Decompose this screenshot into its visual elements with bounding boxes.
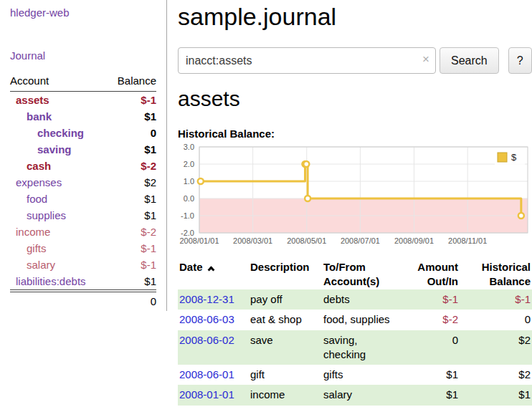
account-link-income[interactable]: income bbox=[16, 226, 50, 238]
balance-chart: 3.02.01.00.0-1.0-2.02008/01/012008/03/01… bbox=[178, 143, 532, 251]
sidebar-item-journal[interactable]: Journal bbox=[10, 49, 156, 62]
transaction-amount: 0 bbox=[401, 330, 462, 365]
svg-text:-1.0: -1.0 bbox=[181, 211, 194, 220]
accounts-total: 0 bbox=[107, 291, 156, 310]
account-balance: $-1 bbox=[107, 92, 156, 109]
transaction-amount: $1 bbox=[401, 385, 462, 405]
svg-text:2008/03/01: 2008/03/01 bbox=[233, 236, 272, 245]
account-link-bank[interactable]: bank bbox=[27, 110, 52, 123]
transaction-amount: $-2 bbox=[401, 310, 462, 330]
account-row: assets $-1 bbox=[10, 92, 156, 109]
register-header-amount: Amount Out/In bbox=[401, 259, 462, 289]
account-link-salary[interactable]: salary bbox=[27, 259, 55, 271]
register-header-description: Description bbox=[246, 259, 319, 289]
account-balance: $-1 bbox=[107, 257, 156, 273]
account-row: cash $-2 bbox=[10, 158, 156, 174]
account-link-gifts[interactable]: gifts bbox=[27, 242, 47, 254]
account-heading: assets bbox=[178, 87, 532, 111]
svg-text:2008/05/01: 2008/05/01 bbox=[287, 236, 326, 245]
transaction-accounts: debts bbox=[319, 289, 401, 310]
account-row: salary $-1 bbox=[10, 257, 156, 273]
account-link-cash[interactable]: cash bbox=[27, 160, 51, 172]
transaction-date-link[interactable]: 2008-06-02 bbox=[179, 334, 234, 346]
svg-text:3.0: 3.0 bbox=[184, 143, 194, 151]
sort-ascending-icon bbox=[207, 267, 214, 274]
svg-text:2008/07/01: 2008/07/01 bbox=[341, 236, 380, 245]
hledger-web-brand-link[interactable]: hledger-web bbox=[10, 6, 156, 19]
accounts-header-balance: Balance bbox=[107, 72, 156, 92]
account-link-saving[interactable]: saving bbox=[37, 143, 72, 155]
search-input-wrap: × bbox=[178, 47, 436, 74]
transaction-balance: $2 bbox=[462, 330, 532, 365]
account-row: gifts $-1 bbox=[10, 240, 156, 257]
account-balance: $-2 bbox=[107, 158, 156, 174]
svg-text:2008/01/01: 2008/01/01 bbox=[179, 236, 219, 245]
clear-search-icon[interactable]: × bbox=[422, 52, 429, 67]
account-balance: $-2 bbox=[107, 224, 156, 240]
svg-text:2008/09/01: 2008/09/01 bbox=[394, 236, 434, 245]
account-row: bank $1 bbox=[10, 108, 156, 125]
transaction-date-link[interactable]: 2008-06-03 bbox=[179, 313, 234, 325]
register-header-accounts: To/From Account(s) bbox=[319, 259, 401, 289]
account-row: supplies $1 bbox=[10, 207, 156, 224]
account-balance: 0 bbox=[107, 125, 156, 141]
search-button[interactable]: Search bbox=[440, 47, 499, 74]
svg-text:1.0: 1.0 bbox=[184, 177, 194, 186]
register-header-date-label: Date bbox=[179, 261, 203, 273]
register-header-date[interactable]: Date bbox=[178, 259, 246, 289]
register-header-balance: Historical Balance bbox=[462, 259, 532, 289]
help-button[interactable]: ? bbox=[508, 47, 532, 74]
transaction-row: 2008-01-01 income salary $1 $1 bbox=[178, 385, 532, 405]
account-row: food $1 bbox=[10, 191, 156, 207]
account-row: expenses $2 bbox=[10, 174, 156, 191]
account-balance: $1 bbox=[107, 141, 156, 158]
transaction-balance: $2 bbox=[462, 365, 532, 385]
register-header-row: Date Description To/From Account(s) Amou… bbox=[178, 259, 532, 289]
svg-text:$: $ bbox=[511, 152, 517, 163]
transaction-date-link[interactable]: 2008-01-01 bbox=[179, 388, 234, 401]
transaction-row: 2008-06-03 eat & shop food, supplies $-2… bbox=[178, 310, 532, 330]
transaction-description: income bbox=[246, 385, 319, 405]
account-balance: $2 bbox=[107, 174, 156, 191]
account-link-checking[interactable]: checking bbox=[37, 127, 84, 139]
account-link-supplies[interactable]: supplies bbox=[27, 209, 66, 221]
search-form: × Search ? bbox=[178, 47, 532, 74]
account-link-expenses[interactable]: expenses bbox=[16, 176, 62, 188]
account-balance: $-1 bbox=[107, 240, 156, 257]
account-balance: $1 bbox=[107, 191, 156, 207]
transaction-date-link[interactable]: 2008-12-31 bbox=[179, 293, 234, 305]
register-table: Date Description To/From Account(s) Amou… bbox=[178, 259, 532, 406]
account-link-food[interactable]: food bbox=[27, 193, 47, 205]
transaction-row: 2008-12-31 pay off debts $-1 $-1 bbox=[178, 289, 532, 310]
transaction-balance: $1 bbox=[462, 385, 532, 405]
transaction-date-link[interactable]: 2008-06-01 bbox=[179, 368, 234, 380]
account-row: saving $1 bbox=[10, 141, 156, 158]
account-row: liabilities:debts $1 bbox=[10, 273, 156, 291]
account-balance: $1 bbox=[107, 273, 156, 291]
account-balance: $1 bbox=[107, 207, 156, 224]
search-input[interactable] bbox=[178, 47, 436, 74]
transaction-accounts: gifts bbox=[319, 365, 401, 385]
svg-text:0.0: 0.0 bbox=[184, 194, 194, 203]
svg-text:2.0: 2.0 bbox=[184, 160, 194, 168]
transaction-accounts: food, supplies bbox=[319, 310, 401, 330]
account-link-assets[interactable]: assets bbox=[16, 94, 49, 106]
transaction-accounts: salary bbox=[319, 385, 401, 405]
transaction-amount: $-1 bbox=[401, 289, 462, 310]
transaction-description: save bbox=[246, 330, 319, 365]
accounts-header-account: Account bbox=[10, 72, 107, 92]
accounts-total-row: 0 bbox=[10, 291, 156, 310]
account-balance: $1 bbox=[107, 108, 156, 125]
svg-text:2008/11/01: 2008/11/01 bbox=[448, 236, 487, 245]
transaction-balance: 0 bbox=[462, 310, 532, 330]
sidebar: hledger-web Journal Account Balance asse… bbox=[0, 0, 167, 311]
transaction-accounts: saving, checking bbox=[319, 330, 401, 365]
account-link-liabilities-debts[interactable]: liabilities:debts bbox=[16, 275, 86, 287]
transaction-row: 2008-06-01 gift gifts $1 $2 bbox=[178, 365, 532, 385]
transaction-row: 2008-06-02 save saving, checking 0 $2 bbox=[178, 330, 532, 365]
transaction-amount: $1 bbox=[401, 365, 462, 385]
transaction-description: gift bbox=[246, 365, 319, 385]
accounts-table: Account Balance assets $-1 bank $1 check… bbox=[10, 72, 156, 310]
transaction-balance: $-1 bbox=[462, 289, 532, 310]
account-row: income $-2 bbox=[10, 224, 156, 240]
